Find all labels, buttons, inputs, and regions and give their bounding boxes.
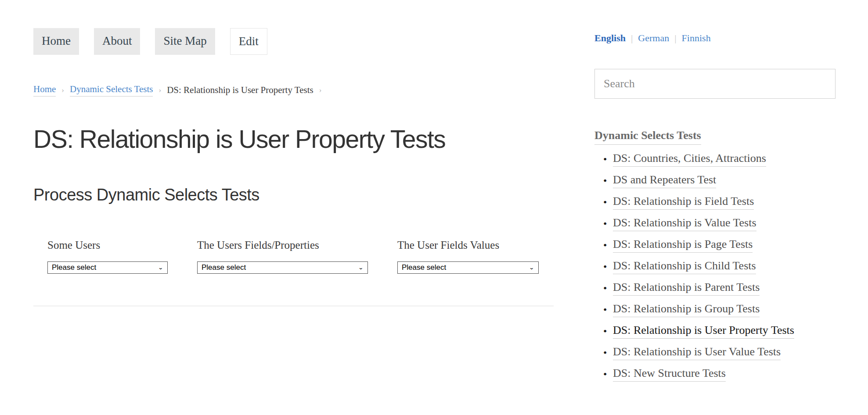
sidebar-item: • DS: Relationship is Child Tests	[594, 256, 836, 277]
form-field-user-fields-values: The User Fields Values Please select ⌄	[397, 239, 539, 274]
bullet-icon: •	[603, 175, 613, 186]
user-fields-values-select[interactable]: Please select ⌄	[397, 261, 539, 274]
users-fields-properties-select[interactable]: Please select ⌄	[197, 261, 368, 274]
language-link-german[interactable]: German	[638, 32, 669, 44]
column-gap	[554, 0, 594, 415]
some-users-select[interactable]: Please select ⌄	[47, 261, 168, 274]
nav-tab-edit[interactable]: Edit	[230, 28, 267, 55]
some-users-label: Some Users	[47, 239, 168, 251]
sidebar-item-current: • DS: Relationship is User Property Test…	[594, 320, 836, 342]
select-value: Please select	[52, 263, 96, 272]
section-heading: Process Dynamic Selects Tests	[33, 184, 554, 205]
sidebar-column: English | German | Finnish Dynamic Selec…	[594, 0, 836, 415]
user-fields-values-label: The User Fields Values	[397, 239, 539, 251]
bullet-icon: •	[603, 326, 613, 336]
top-navigation: Home About Site Map Edit	[33, 28, 554, 55]
page-title: DS: Relationship is User Property Tests	[33, 125, 554, 154]
sidebar-nav: Dynamic Selects Tests • DS: Countries, C…	[594, 99, 836, 385]
chevron-down-icon: ⌄	[529, 265, 534, 270]
sidebar-item: • DS: Relationship is Page Tests	[594, 234, 836, 256]
sidebar-link-countries-cities-attractions[interactable]: DS: Countries, Cities, Attractions	[613, 152, 766, 167]
sidebar-link-relationship-is-parent-tests[interactable]: DS: Relationship is Parent Tests	[613, 281, 760, 296]
chevron-right-icon: ›	[61, 86, 64, 95]
breadcrumb-link-home[interactable]: Home	[33, 84, 56, 97]
sidebar-link-relationship-is-user-property-tests[interactable]: DS: Relationship is User Property Tests	[613, 324, 794, 339]
bullet-icon: •	[603, 283, 613, 293]
sidebar-item: • DS: Relationship is Parent Tests	[594, 277, 836, 299]
nav-tab-site-map[interactable]: Site Map	[155, 28, 215, 55]
sidebar-link-relationship-is-child-tests[interactable]: DS: Relationship is Child Tests	[613, 259, 756, 274]
sidebar-link-relationship-is-user-value-tests[interactable]: DS: Relationship is User Value Tests	[613, 345, 781, 360]
language-separator: |	[631, 32, 633, 44]
bullet-icon: •	[603, 240, 613, 250]
main-column: Home About Site Map Edit Home › Dynamic …	[33, 0, 554, 415]
chevron-down-icon: ⌄	[158, 265, 163, 270]
sidebar-item: • DS: Relationship is Group Tests	[594, 299, 836, 320]
users-fields-properties-label: The Users Fields/Properties	[197, 239, 368, 251]
nav-tab-home[interactable]: Home	[33, 28, 79, 55]
breadcrumb-current-page: DS: Relationship is User Property Tests	[167, 85, 313, 96]
sidebar-item: • DS: New Structure Tests	[594, 363, 836, 385]
bullet-icon: •	[603, 304, 613, 315]
sidebar-link-ds-and-repeaters-test[interactable]: DS and Repeaters Test	[613, 173, 716, 188]
select-value: Please select	[202, 263, 246, 272]
select-value: Please select	[402, 263, 446, 272]
search-input[interactable]	[594, 69, 836, 99]
sidebar-item: • DS and Repeaters Test	[594, 170, 836, 191]
content-divider	[33, 306, 554, 306]
sidebar-item: • DS: Countries, Cities, Attractions	[594, 148, 836, 170]
bullet-icon: •	[603, 347, 613, 358]
sidebar-link-relationship-is-field-tests[interactable]: DS: Relationship is Field Tests	[613, 195, 754, 210]
sidebar-item: • DS: Relationship is Field Tests	[594, 191, 836, 213]
sidebar-list: • DS: Countries, Cities, Attractions • D…	[594, 148, 836, 385]
language-separator: |	[674, 32, 676, 44]
breadcrumb: Home › Dynamic Selects Tests › DS: Relat…	[33, 84, 554, 97]
sidebar-link-relationship-is-page-tests[interactable]: DS: Relationship is Page Tests	[613, 238, 753, 253]
language-switcher: English | German | Finnish	[594, 32, 836, 44]
sidebar-item: • DS: Relationship is User Value Tests	[594, 342, 836, 363]
sidebar-link-new-structure-tests[interactable]: DS: New Structure Tests	[613, 367, 726, 382]
bullet-icon: •	[603, 218, 613, 229]
sidebar-item: • DS: Relationship is Value Tests	[594, 213, 836, 234]
bullet-icon: •	[603, 369, 613, 379]
form-field-users-fields-properties: The Users Fields/Properties Please selec…	[197, 239, 368, 274]
nav-tab-about[interactable]: About	[94, 28, 140, 55]
form-field-some-users: Some Users Please select ⌄	[47, 239, 168, 274]
language-link-finnish[interactable]: Finnish	[682, 32, 711, 44]
chevron-right-icon: ›	[158, 86, 161, 95]
dynamic-selects-form: Some Users Please select ⌄ The Users Fie…	[47, 239, 554, 274]
bullet-icon: •	[603, 261, 613, 272]
chevron-right-icon: ›	[319, 86, 322, 95]
sidebar-link-relationship-is-value-tests[interactable]: DS: Relationship is Value Tests	[613, 216, 756, 231]
sidebar-link-relationship-is-group-tests[interactable]: DS: Relationship is Group Tests	[613, 302, 760, 317]
page: Home About Site Map Edit Home › Dynamic …	[0, 0, 868, 415]
bullet-icon: •	[603, 197, 613, 208]
bullet-icon: •	[603, 154, 613, 165]
breadcrumb-link-dynamic-selects-tests[interactable]: Dynamic Selects Tests	[70, 84, 153, 97]
chevron-down-icon: ⌄	[358, 265, 364, 270]
sidebar-title-link[interactable]: Dynamic Selects Tests	[594, 129, 701, 145]
language-link-english[interactable]: English	[594, 32, 626, 44]
